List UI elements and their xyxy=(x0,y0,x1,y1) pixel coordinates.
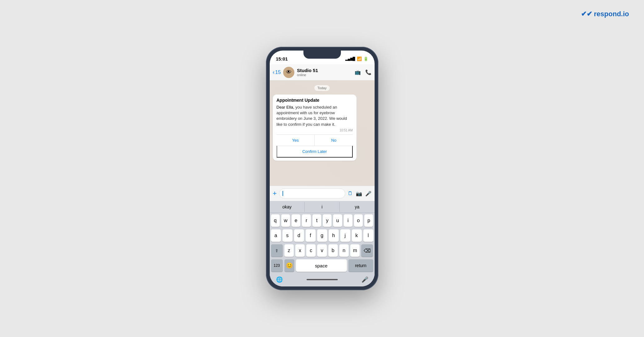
delete-key[interactable]: ⌫ xyxy=(361,244,373,257)
key-i[interactable]: i xyxy=(344,214,352,227)
contact-status: online xyxy=(297,73,352,77)
key-y[interactable]: y xyxy=(323,214,332,227)
signal-icon: ▂▄▆█ xyxy=(345,57,355,61)
camera-icon[interactable]: 📷 xyxy=(356,191,362,197)
avatar: 👁 xyxy=(283,67,294,78)
mic-icon[interactable]: 🎤 xyxy=(365,191,371,197)
home-indicator xyxy=(307,279,338,280)
key-n[interactable]: n xyxy=(339,244,349,257)
no-button[interactable]: No xyxy=(315,135,353,146)
key-v[interactable]: v xyxy=(317,244,327,257)
key-o[interactable]: o xyxy=(354,214,363,227)
input-area: + 🗒 📷 🎤 xyxy=(270,186,375,201)
space-key[interactable]: space xyxy=(296,259,347,272)
chat-header: ‹ 15 👁 Studio 51 online 📺 📞 xyxy=(270,64,375,81)
status-icons: ▂▄▆█ 📶 🔋 xyxy=(345,56,368,61)
emoji-key[interactable]: 😊 xyxy=(284,259,294,272)
key-l[interactable]: l xyxy=(363,229,373,242)
key-x[interactable]: x xyxy=(295,244,305,257)
sticker-icon[interactable]: 🗒 xyxy=(348,191,353,197)
key-g[interactable]: g xyxy=(317,229,327,242)
key-z[interactable]: z xyxy=(284,244,294,257)
keyboard-bottom: 🌐 🎤 xyxy=(270,273,375,286)
keyboard: q w e r t y u i o p a s d f g h j k xyxy=(270,213,375,286)
respond-logo: ✔✔ respond.io xyxy=(581,10,629,18)
key-p[interactable]: p xyxy=(364,214,373,227)
shift-key[interactable]: ⇧ xyxy=(271,244,283,257)
autocomplete-okay[interactable]: okay xyxy=(270,202,305,212)
key-t[interactable]: t xyxy=(312,214,321,227)
message-time: 10:51 AM xyxy=(277,129,353,132)
keyboard-row-1: q w e r t y u i o p xyxy=(270,213,375,228)
contact-info: Studio 51 online xyxy=(297,68,352,77)
phone-frame: 15:01 ▂▄▆█ 📶 🔋 ‹ 15 👁 Studio 51 online 📺… xyxy=(266,47,378,290)
message-body: Dear Ella, you have scheduled an appoint… xyxy=(277,105,353,127)
status-time: 15:01 xyxy=(276,56,288,61)
cursor xyxy=(283,191,283,196)
battery-icon: 🔋 xyxy=(363,56,368,61)
header-actions: 📺 📞 xyxy=(355,69,371,75)
text-input[interactable] xyxy=(279,188,345,198)
action-buttons: Yes No Confirm Later xyxy=(277,134,353,158)
message-title: Appointment Update xyxy=(277,98,353,103)
key-j[interactable]: j xyxy=(340,229,350,242)
phone-screen: 15:01 ▂▄▆█ 📶 🔋 ‹ 15 👁 Studio 51 online 📺… xyxy=(270,51,375,286)
key-q[interactable]: q xyxy=(271,214,280,227)
confirm-later-button[interactable]: Confirm Later xyxy=(277,146,353,158)
key-e[interactable]: e xyxy=(292,214,300,227)
video-icon[interactable]: 📺 xyxy=(355,69,361,75)
back-count[interactable]: 15 xyxy=(275,70,281,75)
autocomplete-bar: okay i ya xyxy=(270,201,375,213)
key-w[interactable]: w xyxy=(281,214,290,227)
plus-button[interactable]: + xyxy=(273,189,277,198)
autocomplete-ya[interactable]: ya xyxy=(340,202,374,212)
keyboard-row-4: 123 😊 space return xyxy=(270,258,375,273)
phone-icon[interactable]: 📞 xyxy=(365,69,371,75)
key-a[interactable]: a xyxy=(271,229,281,242)
message-bubble: Appointment Update Dear Ella, you have s… xyxy=(273,95,357,161)
key-u[interactable]: u xyxy=(333,214,342,227)
globe-icon[interactable]: 🌐 xyxy=(276,276,283,283)
date-label: Today xyxy=(314,85,330,91)
keyboard-row-3: ⇧ z x c v b n m ⌫ xyxy=(270,243,375,258)
return-key[interactable]: return xyxy=(348,259,373,272)
numbers-key[interactable]: 123 xyxy=(271,259,283,272)
phone-notch xyxy=(303,51,341,59)
mic-bottom-icon[interactable]: 🎤 xyxy=(361,276,368,283)
key-d[interactable]: d xyxy=(294,229,304,242)
wifi-icon: 📶 xyxy=(357,56,362,61)
respond-checkmark-icon: ✔✔ xyxy=(581,10,592,18)
key-k[interactable]: k xyxy=(352,229,362,242)
autocomplete-i[interactable]: i xyxy=(305,202,340,212)
key-m[interactable]: m xyxy=(350,244,360,257)
key-f[interactable]: f xyxy=(306,229,316,242)
key-b[interactable]: b xyxy=(328,244,338,257)
key-h[interactable]: h xyxy=(329,229,339,242)
key-c[interactable]: c xyxy=(306,244,316,257)
yes-button[interactable]: Yes xyxy=(277,135,315,146)
input-actions: 🗒 📷 🎤 xyxy=(348,191,371,197)
keyboard-row-2: a s d f g h j k l xyxy=(270,228,375,243)
back-button[interactable]: ‹ 15 xyxy=(273,69,281,76)
yes-no-row: Yes No xyxy=(277,134,353,146)
key-r[interactable]: r xyxy=(302,214,311,227)
date-badge: Today xyxy=(273,85,371,91)
contact-name: Studio 51 xyxy=(297,68,352,73)
respond-logo-text: respond.io xyxy=(594,10,629,18)
key-s[interactable]: s xyxy=(283,229,293,242)
chat-area: Today Appointment Update Dear Ella, you … xyxy=(270,81,375,186)
